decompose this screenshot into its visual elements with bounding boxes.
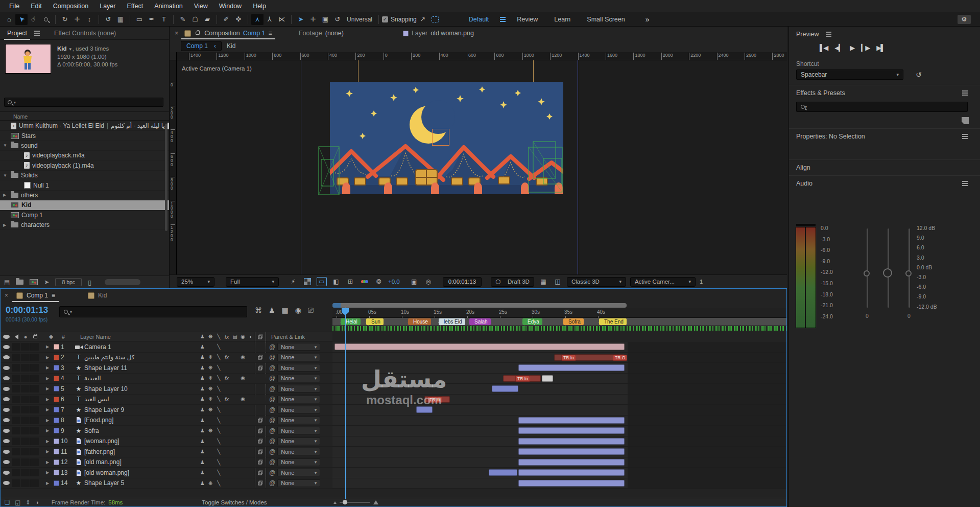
layer-duration-bar[interactable] [518, 448, 625, 455]
menu-item[interactable]: Animation [149, 1, 188, 11]
gizmo-select-mode[interactable]: ➤ [295, 14, 307, 25]
snapping-checkbox[interactable]: ✓ [382, 16, 388, 22]
selection-tool[interactable]: ➤ [15, 14, 28, 25]
layer-label-chip[interactable] [54, 449, 59, 454]
zoom-tool[interactable] [40, 14, 52, 25]
transition-marker-tag[interactable]: TR In [427, 397, 442, 403]
layer-3d-switch[interactable] [255, 478, 266, 488]
reset-icon[interactable]: ↺ [916, 71, 922, 79]
pick-whip-icon[interactable]: @ [269, 406, 275, 413]
composition-settings-icon[interactable]: ◱ [15, 499, 20, 506]
clone-stamp-tool[interactable]: ☖ [189, 14, 201, 25]
layer-row[interactable]: ▶ 1 Camera 1 ♟╲ @ None▾ [1, 342, 332, 353]
layer-name[interactable]: Shape Layer 11 [84, 364, 199, 372]
layer-audio-cell[interactable] [12, 417, 20, 424]
properties-menu-icon[interactable] [962, 136, 968, 137]
layer-row[interactable]: ▶ 2 T كل سنة وانتم طيبين ♟❋╲fx◉ @ None▾ [1, 353, 332, 363]
layer-visibility-icon[interactable] [3, 429, 10, 433]
layer-name[interactable]: Shape Layer 5 [84, 479, 199, 487]
layer-name[interactable]: [woman.png] [84, 437, 199, 445]
layer-switches[interactable]: ♟❋╲ [199, 480, 255, 486]
gizmo-rotate-mode[interactable]: ↺ [331, 14, 344, 25]
home-tool[interactable]: ⌂ [3, 14, 15, 25]
layer-lock-cell[interactable] [30, 417, 39, 424]
speaker-icon[interactable]: ◗ [36, 499, 39, 505]
layer-row[interactable]: ▶ 6 T لبس العيد ♟❋╲fx◉ @ None▾ [1, 395, 332, 405]
workspace-menu-icon[interactable] [500, 19, 506, 20]
layer-switches[interactable]: ♟❋╲ [199, 407, 255, 412]
layer-name[interactable]: لبس العيد [84, 396, 199, 403]
layer-switches[interactable]: ♟❋╲fx◉ [199, 375, 255, 381]
layer-lock-cell[interactable] [30, 396, 39, 403]
gizmo-scale-mode[interactable]: ▣ [319, 14, 331, 25]
eraser-tool[interactable]: ▰ [201, 14, 213, 25]
layer-visibility-icon[interactable] [3, 439, 10, 443]
layer-solo-cell[interactable] [21, 479, 30, 487]
cube-column-header[interactable] [255, 332, 266, 342]
layer-label-chip[interactable] [54, 376, 59, 381]
layer-row[interactable]: ▶ 8 [Food.png] ♟╲ @ None▾ [1, 416, 332, 426]
layer-name-column-header[interactable]: Layer Name [69, 334, 199, 340]
video-column-icon[interactable] [3, 335, 10, 339]
parent-dropdown[interactable]: None▾ [277, 479, 320, 487]
twirl-icon[interactable]: ▶ [3, 193, 8, 197]
layer-duration-bar[interactable] [416, 406, 433, 413]
vertical-ruler[interactable]: 020040060080010001200 [170, 60, 177, 274]
playhead-line[interactable] [345, 308, 346, 499]
layer-label-chip[interactable] [54, 386, 59, 391]
lock-column-icon[interactable] [33, 335, 37, 338]
layer-solo-cell[interactable] [21, 375, 30, 382]
layer-label-chip[interactable] [54, 480, 59, 486]
layer-switches[interactable]: ♟╲ [199, 449, 255, 454]
layer-lock-cell[interactable] [30, 343, 39, 351]
parent-dropdown[interactable]: None▾ [277, 448, 320, 455]
layer-switches[interactable]: ♟❋╲ [199, 386, 255, 391]
transition-marker-tag[interactable]: TR In [515, 376, 530, 382]
layer-audio-cell[interactable] [12, 458, 20, 466]
layer-duration-bar[interactable] [518, 469, 625, 476]
local-axis-mode[interactable]: ⋏ [251, 14, 264, 25]
next-frame-button[interactable]: ▎▶ [861, 44, 869, 52]
camera-view-dropdown[interactable]: Active Camer...▾ [630, 277, 696, 287]
fast-preview-icon[interactable]: ⚡ [288, 277, 298, 286]
layer-duration-bar[interactable] [334, 343, 625, 350]
parent-link-column-header[interactable]: Parent & Link [266, 334, 332, 340]
layer-switches[interactable]: ♟╲ [199, 459, 255, 465]
shortcut-dropdown[interactable]: Spacebar▾ [796, 70, 903, 80]
align-panel-title[interactable]: Align [796, 164, 810, 171]
layer-twirl-icon[interactable]: ▶ [43, 407, 52, 412]
layer-label-chip[interactable] [54, 439, 59, 444]
composition-mini-flowchart-icon[interactable]: ⌘ [255, 306, 262, 315]
layer-solo-cell[interactable] [21, 396, 30, 403]
audio-slider-center[interactable] [888, 228, 889, 308]
layer-duration-bar[interactable] [489, 469, 517, 476]
parent-dropdown[interactable]: None▾ [277, 406, 320, 413]
layer-label-chip[interactable] [54, 428, 59, 433]
layer-lock-cell[interactable] [30, 385, 39, 393]
effects-search-input[interactable]: ▾ [796, 102, 968, 112]
layer-audio-cell[interactable] [12, 385, 20, 393]
layer-audio-cell[interactable] [12, 375, 20, 382]
magnification-dropdown[interactable]: 25%▾ [177, 277, 214, 287]
layer-duration-bar[interactable] [542, 375, 553, 382]
layer-twirl-icon[interactable]: ▶ [43, 460, 52, 465]
layer-visibility-icon[interactable] [3, 345, 10, 349]
resolution-dropdown[interactable]: Full▾ [226, 277, 279, 287]
project-name-column-header[interactable]: Name [0, 111, 169, 121]
zoom-slider-handle[interactable] [343, 500, 347, 504]
layer-label-chip[interactable] [54, 407, 59, 412]
layer-name[interactable]: [old woman.png] [84, 469, 199, 476]
layer-lock-cell[interactable] [30, 375, 39, 382]
layer-solo-cell[interactable] [21, 343, 30, 351]
layer-name[interactable]: Camera 1 [84, 343, 199, 351]
rectangle-tool[interactable]: ▭ [133, 14, 146, 25]
layer-3d-switch[interactable] [255, 373, 266, 383]
layer-label-chip[interactable] [54, 355, 59, 360]
layer-3d-switch[interactable] [255, 342, 266, 352]
pick-whip-icon[interactable]: @ [269, 385, 275, 393]
snap-bounding-box-icon[interactable] [429, 14, 441, 25]
layer-audio-cell[interactable] [12, 343, 20, 351]
pick-whip-icon[interactable]: @ [269, 364, 275, 372]
breadcrumb-parent[interactable]: Kid [227, 42, 235, 50]
layer-visibility-icon[interactable] [3, 387, 10, 391]
